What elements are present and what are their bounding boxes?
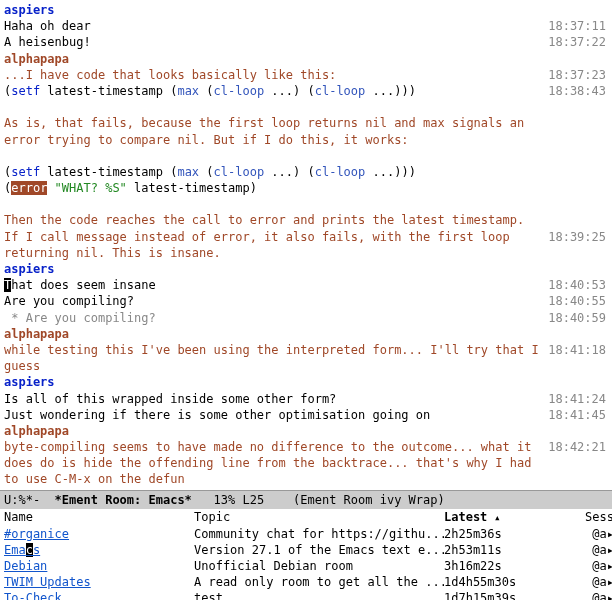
chat-message: That does seem insane xyxy=(4,277,544,293)
room-latest: 2h25m36s xyxy=(444,526,564,542)
col-header-sess[interactable]: Sess xyxy=(564,509,612,526)
room-row[interactable]: To-Checktest1d7h15m39s@a▸ xyxy=(0,590,612,600)
chat-message: A heisenbug! xyxy=(4,34,544,50)
timestamp: 18:42:21 xyxy=(544,439,608,488)
room-name[interactable]: #organice xyxy=(4,526,194,542)
room-session: @a▸ xyxy=(564,526,612,542)
chat-message: aspiers xyxy=(4,374,544,390)
chat-message: Are you compiling? xyxy=(4,293,544,309)
chat-message xyxy=(4,99,544,115)
text-cursor: c xyxy=(26,543,33,557)
chat-line: * Are you compiling?18:40:59 xyxy=(4,310,608,326)
chat-line: ...I have code that looks basically like… xyxy=(4,67,608,83)
timestamp xyxy=(544,212,608,228)
timestamp: 18:41:45 xyxy=(544,407,608,423)
nick: aspiers xyxy=(4,375,55,389)
timestamp: 18:40:53 xyxy=(544,277,608,293)
timestamp xyxy=(544,423,608,439)
timestamp xyxy=(544,180,608,196)
timestamp xyxy=(544,374,608,390)
room-latest: 1d7h15m39s xyxy=(444,590,564,600)
chat-message: aspiers xyxy=(4,2,544,18)
modeline-left: U:%*- xyxy=(4,492,55,508)
chat-line xyxy=(4,99,608,115)
room-row[interactable]: DebianUnofficial Debian room3h16m22s@a▸ xyxy=(0,558,612,574)
chat-message: alphapapa xyxy=(4,326,544,342)
buffer-name: *Ement Room: Emacs* xyxy=(55,492,192,508)
chat-pane[interactable]: aspiersHaha oh dear18:37:11A heisenbug!1… xyxy=(0,0,612,490)
nick: alphapapa xyxy=(4,424,69,438)
chat-message: As is, that fails, because the first loo… xyxy=(4,115,544,147)
timestamp: 18:38:43 xyxy=(544,83,608,99)
chat-line: (error "WHAT? %S" latest-timestamp) xyxy=(4,180,608,196)
col-header-latest[interactable]: Latest xyxy=(444,509,564,526)
rooms-pane[interactable]: Name Topic Latest Sess #organiceCommunit… xyxy=(0,509,612,600)
chat-message: (error "WHAT? %S" latest-timestamp) xyxy=(4,180,544,196)
room-name[interactable]: To-Check xyxy=(4,590,194,600)
chat-line: byte-compiling seems to have made no dif… xyxy=(4,439,608,488)
chat-message xyxy=(4,196,544,212)
room-name[interactable]: Debian xyxy=(4,558,194,574)
modeline-mode: (Ement Room ivy Wrap) xyxy=(293,492,445,508)
chat-message: (setf latest-timestamp (max (cl-loop ...… xyxy=(4,83,544,99)
timestamp xyxy=(544,196,608,212)
chat-message: while testing this I've been using the i… xyxy=(4,342,544,374)
timestamp: 18:41:24 xyxy=(544,391,608,407)
room-topic: test xyxy=(194,590,444,600)
room-row[interactable]: TWIM UpdatesA read only room to get all … xyxy=(0,574,612,590)
room-topic: Unofficial Debian room xyxy=(194,558,444,574)
chat-line: alphapapa xyxy=(4,51,608,67)
chat-message: ...I have code that looks basically like… xyxy=(4,67,544,83)
timestamp: 18:40:55 xyxy=(544,293,608,309)
nick: alphapapa xyxy=(4,52,69,66)
chat-line: Is all of this wrapped inside some other… xyxy=(4,391,608,407)
room-row[interactable]: #organiceCommunity chat for https://gith… xyxy=(0,526,612,542)
chat-line: A heisenbug!18:37:22 xyxy=(4,34,608,50)
room-latest: 3h16m22s xyxy=(444,558,564,574)
timestamp xyxy=(544,51,608,67)
chat-line: while testing this I've been using the i… xyxy=(4,342,608,374)
timestamp xyxy=(544,261,608,277)
room-session: @a▸ xyxy=(564,574,612,590)
chat-line: (setf latest-timestamp (max (cl-loop ...… xyxy=(4,164,608,180)
chat-line: alphapapa xyxy=(4,423,608,439)
room-session: @a▸ xyxy=(564,542,612,558)
chat-line xyxy=(4,148,608,164)
text-cursor: T xyxy=(4,278,11,292)
chat-line: If I call message instead of error, it a… xyxy=(4,229,608,261)
chat-message xyxy=(4,148,544,164)
chat-message: alphapapa xyxy=(4,51,544,67)
col-header-topic[interactable]: Topic xyxy=(194,509,444,526)
chat-message: byte-compiling seems to have made no dif… xyxy=(4,439,544,488)
nick: aspiers xyxy=(4,3,55,17)
room-name[interactable]: TWIM Updates xyxy=(4,574,194,590)
timestamp: 18:37:11 xyxy=(544,18,608,34)
chat-message: Just wondering if there is some other op… xyxy=(4,407,544,423)
timestamp xyxy=(544,148,608,164)
room-topic: A read only room to get all the ... xyxy=(194,574,444,590)
nick: aspiers xyxy=(4,262,55,276)
room-row[interactable]: EmacsVersion 27.1 of the Emacs text e...… xyxy=(0,542,612,558)
chat-message: aspiers xyxy=(4,261,544,277)
room-topic: Community chat for https://githu... xyxy=(194,526,444,542)
chat-message: Haha oh dear xyxy=(4,18,544,34)
chat-message: Is all of this wrapped inside some other… xyxy=(4,391,544,407)
chat-line: Haha oh dear18:37:11 xyxy=(4,18,608,34)
nick: alphapapa xyxy=(4,327,69,341)
col-header-name[interactable]: Name xyxy=(4,509,194,526)
chat-message: If I call message instead of error, it a… xyxy=(4,229,544,261)
chat-message: * Are you compiling? xyxy=(4,310,544,326)
room-latest: 2h53m11s xyxy=(444,542,564,558)
timestamp: 18:37:22 xyxy=(544,34,608,50)
chat-line: alphapapa xyxy=(4,326,608,342)
timestamp: 18:40:59 xyxy=(544,310,608,326)
room-topic: Version 27.1 of the Emacs text e... xyxy=(194,542,444,558)
timestamp: 18:41:18 xyxy=(544,342,608,374)
room-list-header: Name Topic Latest Sess xyxy=(0,509,612,526)
room-name[interactable]: Emacs xyxy=(4,542,194,558)
room-latest: 1d4h55m30s xyxy=(444,574,564,590)
chat-line: aspiers xyxy=(4,2,608,18)
chat-line: aspiers xyxy=(4,261,608,277)
room-session: @a▸ xyxy=(564,590,612,600)
timestamp xyxy=(544,115,608,147)
